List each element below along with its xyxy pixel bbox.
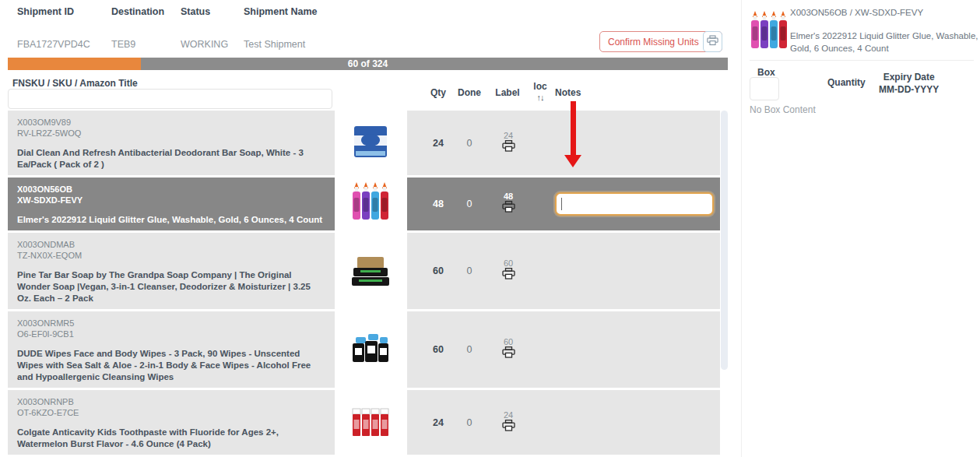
- colgate-toothpaste-boxes-image: [351, 399, 392, 446]
- loc-sort-header[interactable]: loc ↑↓: [529, 81, 552, 102]
- row-fnsku: X003ONRNPB: [17, 396, 325, 407]
- row-image-cell: [335, 233, 407, 309]
- expiry-date-label: Expiry Date: [879, 71, 939, 83]
- row-label-count: 24: [504, 411, 513, 420]
- row-title: Dial Clean And Refresh Antibacterial Deo…: [17, 147, 325, 170]
- box-content-panel: X003ON56OB / XW-SDXD-FEVY Elmer's 202291…: [741, 0, 980, 457]
- shipment-name-column: Shipment Name Test Shipment: [244, 6, 317, 50]
- quantity-column-header: Quantity: [827, 77, 866, 88]
- selected-product-title: Elmer's 2022912 Liquid Glitter Glue, Was…: [790, 30, 980, 54]
- row-sku: O6-EF0I-9CB1: [17, 329, 325, 339]
- box-column-header: Box: [757, 67, 775, 78]
- confirm-missing-units-label: Confirm Missing Units: [608, 37, 699, 47]
- printer-icon: [502, 268, 515, 283]
- print-label-button[interactable]: 48: [485, 192, 532, 216]
- row-image-cell: [335, 311, 407, 388]
- shipment-progress-bar: 60 of 324: [8, 58, 728, 70]
- row-fnsku: X003ONRMR5: [17, 318, 325, 329]
- print-label-button[interactable]: 60: [485, 338, 532, 361]
- shipment-id-value: FBA1727VPD4C: [17, 39, 90, 50]
- table-row[interactable]: X003OM9V89 RV-LR2Z-5WOQ Dial Clean And R…: [8, 111, 720, 175]
- pine-tar-soap-image: [351, 248, 392, 294]
- glitter-glue-bottles-image: [750, 9, 787, 48]
- table-row[interactable]: X003ONRMR5 O6-EF0I-9CB1 DUDE Wipes Face …: [8, 311, 720, 388]
- row-product-info: X003ONRMR5 O6-EF0I-9CB1 DUDE Wipes Face …: [8, 311, 335, 388]
- destination-label: Destination: [111, 6, 164, 17]
- row-product-info: X003ONDMAB TZ-NX0X-EQOM Pine Tar Bar Soa…: [8, 233, 335, 309]
- row-title: Pine Tar Bar Soap by The Grandpa Soap Co…: [17, 269, 325, 304]
- row-label-count: 60: [504, 259, 513, 268]
- dial-soap-box-image: [351, 120, 392, 167]
- row-fnsku: X003OM9V89: [17, 117, 325, 128]
- printer-icon: [502, 420, 515, 434]
- row-done: 0: [454, 138, 485, 149]
- no-box-content-text: No Box Content: [750, 104, 816, 115]
- panel-divider: [750, 60, 974, 61]
- print-label-button[interactable]: 24: [485, 132, 532, 155]
- row-sku: OT-6KZO-E7CE: [17, 407, 325, 418]
- shipment-id-column: Shipment ID FBA1727VPD4C: [17, 6, 90, 50]
- shipment-name-label: Shipment Name: [244, 6, 317, 17]
- table-row[interactable]: X003ONRNPB OT-6KZO-E7CE Colgate Anticavi…: [8, 390, 720, 455]
- row-fnsku: X003ON56OB: [17, 184, 325, 195]
- text-cursor: [561, 198, 562, 210]
- table-row[interactable]: X003ONDMAB TZ-NX0X-EQOM Pine Tar Bar Soa…: [8, 233, 720, 309]
- row-qty: 60: [423, 265, 454, 276]
- shipment-name-value: Test Shipment: [244, 39, 317, 50]
- print-all-labels-button[interactable]: [703, 31, 722, 52]
- row-product-info: X003ONRNPB OT-6KZO-E7CE Colgate Anticavi…: [8, 390, 335, 455]
- glitter-glue-bottles-image: [351, 181, 392, 227]
- qty-column-header: Qty: [423, 87, 454, 98]
- print-label-button[interactable]: 60: [485, 259, 532, 283]
- notes-column-header: Notes: [555, 87, 594, 98]
- row-values: 60 0 60: [407, 311, 720, 388]
- status-value: WORKING: [181, 39, 228, 50]
- expiry-date-format: MM-DD-YYYY: [879, 83, 939, 96]
- row-notes-cell: [532, 192, 720, 216]
- row-fnsku: X003ONDMAB: [17, 239, 325, 250]
- row-image-cell: [335, 178, 407, 230]
- row-image-cell: [335, 111, 407, 175]
- table-scrollbar[interactable]: [721, 111, 728, 370]
- sort-arrows-icon: ↑↓: [529, 93, 552, 102]
- row-label-count: 60: [504, 338, 513, 346]
- printer-icon: [502, 201, 515, 216]
- dude-wipes-packs-image: [351, 326, 392, 373]
- row-sku: XW-SDXD-FEVY: [17, 195, 325, 206]
- notes-input-wrapper: [555, 192, 714, 216]
- row-done: 0: [454, 344, 485, 355]
- destination-column: Destination TEB9: [111, 6, 164, 50]
- item-rows: X003OM9V89 RV-LR2Z-5WOQ Dial Clean And R…: [8, 111, 720, 457]
- printer-icon: [707, 35, 718, 49]
- row-image-cell: [335, 390, 407, 455]
- status-label: Status: [181, 6, 228, 17]
- row-label-count: 24: [504, 132, 513, 140]
- destination-value: TEB9: [111, 39, 164, 50]
- box-number-input[interactable]: [750, 77, 779, 100]
- row-product-info: X003ON56OB XW-SDXD-FEVY Elmer's 2022912 …: [8, 178, 335, 230]
- shipment-workspace: Shipment ID FBA1727VPD4C Destination TEB…: [0, 0, 980, 457]
- selected-product-code: X003ON56OB / XW-SDXD-FEVY: [790, 8, 923, 17]
- row-title: DUDE Wipes Face and Body Wipes - 3 Pack,…: [17, 348, 325, 383]
- sku-search-input[interactable]: [8, 89, 332, 109]
- row-product-info: X003OM9V89 RV-LR2Z-5WOQ Dial Clean And R…: [8, 111, 335, 175]
- row-values: 24 0 24: [407, 111, 720, 175]
- shipment-id-label: Shipment ID: [17, 6, 90, 17]
- row-values: 60 0 60: [407, 233, 720, 309]
- notes-input[interactable]: [555, 192, 714, 216]
- row-title: Colgate Anticavity Kids Toothpaste with …: [17, 427, 325, 450]
- printer-icon: [502, 140, 515, 155]
- row-done: 0: [454, 265, 485, 276]
- expiry-date-column-header: Expiry Date MM-DD-YYYY: [879, 71, 939, 96]
- row-qty: 60: [423, 344, 454, 355]
- done-column-header: Done: [454, 87, 485, 98]
- progress-text: 60 of 324: [8, 58, 728, 69]
- print-label-button[interactable]: 24: [485, 411, 532, 434]
- row-done: 0: [454, 417, 485, 428]
- table-row[interactable]: X003ON56OB XW-SDXD-FEVY Elmer's 2022912 …: [8, 178, 720, 230]
- row-label-count: 48: [504, 192, 513, 201]
- row-done: 0: [454, 199, 485, 209]
- row-qty: 48: [423, 199, 454, 209]
- fnsku-column-header: FNSKU / SKU / Amazon Title: [12, 78, 138, 89]
- row-sku: TZ-NX0X-EQOM: [17, 250, 325, 261]
